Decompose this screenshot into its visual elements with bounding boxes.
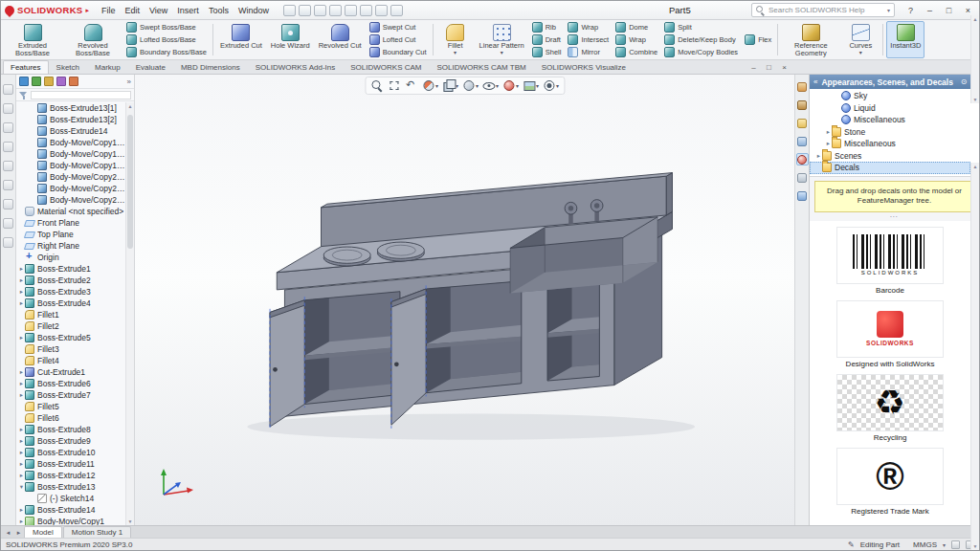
filter-input[interactable] (31, 91, 131, 99)
view-toolbar-button[interactable]: ▾ (441, 78, 459, 93)
decals-scrollbar[interactable]: ▲ ▼ (970, 163, 979, 550)
feature-tree-item[interactable]: Boss-Extrude13[2] (16, 114, 125, 125)
vertical-toolbar-icon[interactable] (3, 237, 13, 248)
pin-icon[interactable]: ⊙ (961, 77, 968, 86)
ribbon-small-button[interactable]: Draft (529, 33, 565, 46)
expand-arrow-icon[interactable]: ▸ (18, 265, 25, 273)
decal-thumbnail[interactable]: SOLIDWORKS (836, 227, 944, 284)
units-dropdown-icon[interactable]: ▾ (943, 541, 946, 548)
scroll-up-icon[interactable]: ▲ (973, 16, 978, 22)
decal-thumbnail[interactable]: SOLIDWORKS (836, 300, 944, 358)
menu-item[interactable]: View (145, 4, 172, 17)
ribbon-small-button[interactable]: Move/Copy Bodies (661, 46, 741, 58)
appearances-tree-item[interactable]: ▸ Scenes (810, 150, 970, 163)
quick-access-icon[interactable] (390, 5, 403, 16)
ribbon-small-button[interactable]: Boundary Boss/Base (123, 46, 210, 58)
feature-tree-item[interactable]: ▸ Boss-Extrude10 (16, 447, 125, 458)
ribbon-large-button[interactable]: Extruded Cut (216, 21, 266, 58)
task-pane-tab[interactable] (796, 171, 809, 184)
expand-arrow-icon[interactable]: ▸ (825, 140, 832, 147)
command-tab[interactable]: SOLIDWORKS Add-Ins (248, 60, 344, 74)
expand-arrow-icon[interactable]: ▸ (18, 391, 25, 399)
expand-arrow-icon[interactable]: ▸ (825, 128, 832, 136)
feature-tree-item[interactable]: Front Plane (16, 217, 125, 229)
tab-scroll-left-icon[interactable]: ◂ (3, 529, 13, 538)
command-tab[interactable]: SOLIDWORKS CAM TBM (430, 60, 534, 74)
view-toolbar-button[interactable]: ▾ (461, 78, 479, 93)
maximize-button[interactable]: □ (940, 3, 958, 17)
manager-tab-icon[interactable] (32, 77, 41, 86)
decal-item[interactable]: SOLIDWORKS Barcode (836, 227, 944, 295)
command-tab[interactable]: Evaluate (128, 60, 173, 74)
view-toolbar-button[interactable] (387, 78, 402, 93)
ribbon-small-button[interactable]: Delete/Keep Body (661, 33, 741, 46)
model-tab[interactable]: Motion Study 1 (63, 526, 131, 538)
vertical-toolbar-icon[interactable] (3, 161, 13, 171)
feature-tree-item[interactable]: ▸ Boss-Extrude11 (16, 458, 125, 470)
feature-tree-item[interactable]: Fillet4 (16, 355, 125, 366)
feature-tree-item[interactable]: Body-Move/Copy2[2] (16, 183, 125, 194)
feature-tree-item[interactable]: ▸ Cut-Extrude1 (16, 366, 125, 378)
model-tab[interactable]: Model (24, 526, 62, 538)
feature-tree-item[interactable]: Origin (16, 252, 125, 263)
scroll-up-icon[interactable]: ▲ (973, 164, 978, 169)
expand-arrow-icon[interactable]: ▸ (18, 276, 25, 284)
appearances-tree-item[interactable]: ▸ Miscellaneous (810, 138, 970, 150)
graphics-area[interactable]: ▾ ▾ ▾ ▾ (135, 75, 794, 525)
task-pane-tab[interactable] (796, 117, 809, 129)
view-toolbar-button[interactable]: ▾ (421, 78, 439, 93)
view-toolbar-button[interactable]: ▾ (481, 78, 500, 93)
expand-arrow-icon[interactable]: ▾ (18, 483, 25, 491)
feature-tree-item[interactable]: Boss-Extrude13[1] (16, 102, 125, 114)
expand-arrow-icon[interactable]: ▸ (18, 518, 25, 525)
ribbon-small-button[interactable]: Dome (612, 21, 660, 33)
menu-item[interactable]: Window (234, 4, 274, 17)
view-toolbar-button[interactable]: ▾ (501, 78, 520, 93)
ribbon-large-button[interactable]: Revolved Cut (315, 21, 366, 58)
feature-tree-item[interactable]: ▸ Boss-Extrude8 (16, 424, 125, 435)
view-toolbar-button[interactable]: ▾ (522, 78, 540, 93)
task-pane-tab[interactable] (796, 135, 809, 147)
scroll-down-icon[interactable]: ▼ (128, 518, 133, 524)
minimize-button[interactable]: – (921, 3, 939, 17)
feature-tree-item[interactable]: ▸ Boss-Extrude6 (16, 378, 125, 389)
units-selector[interactable]: MMGS (913, 540, 937, 549)
collapse-icon[interactable]: « (813, 77, 817, 86)
ribbon-small-button[interactable]: Boundary Cut (367, 46, 430, 58)
feature-tree-item[interactable]: Fillet5 (16, 401, 125, 412)
command-tab[interactable]: Markup (87, 60, 128, 74)
quick-access-icon[interactable] (345, 5, 357, 16)
ribbon-small-button[interactable]: Flex (742, 33, 774, 46)
task-pane-tab[interactable] (796, 80, 809, 93)
expand-arrow-icon[interactable]: ▸ (18, 437, 25, 445)
ribbon-large-button[interactable]: Revolved Boss/Base (63, 21, 122, 58)
expand-arrow-icon[interactable]: ▸ (18, 368, 25, 376)
appearances-tree-item[interactable]: Decals (810, 162, 970, 174)
help-search-box[interactable]: Search SOLIDWORKS Help ▾ (751, 3, 895, 17)
expand-arrow-icon[interactable]: ▸ (18, 460, 25, 468)
feature-tree-item[interactable]: ▸ Boss-Extrude1 (16, 263, 125, 275)
decal-thumbnail[interactable]: ♻ (836, 374, 944, 431)
feature-tree-item[interactable]: Body-Move/Copy1[3] (16, 160, 125, 171)
feature-tree-item[interactable]: ▸ Boss-Extrude7 (16, 389, 125, 401)
vertical-toolbar-icon[interactable] (3, 180, 13, 190)
feature-tree-item[interactable]: Fillet2 (16, 320, 125, 332)
feature-tree-item[interactable]: Top Plane (16, 229, 125, 240)
manager-tabs-overflow-icon[interactable]: » (127, 77, 131, 86)
feature-tree-item[interactable]: (-) Sketch14 (16, 493, 125, 504)
feature-tree-item[interactable]: Material <not specified> (16, 206, 125, 217)
menu-item[interactable]: Tools (204, 4, 234, 17)
filter-funnel-icon[interactable] (19, 91, 28, 99)
ribbon-large-button[interactable]: Fillet ▾ (436, 21, 475, 58)
feature-tree-item[interactable]: ▸ Boss-Extrude4 (16, 298, 125, 309)
appearances-tree-item[interactable]: ▸ Stone (810, 126, 970, 139)
decal-item[interactable]: ® Registered Trade Mark (836, 448, 944, 516)
ribbon-small-button[interactable]: Combine (612, 46, 660, 58)
manager-tab-icon[interactable] (44, 77, 54, 86)
ribbon-large-button[interactable]: Linear Pattern ▾ (476, 21, 528, 58)
document-minimize-button[interactable]: – (746, 61, 761, 73)
ribbon-small-button[interactable]: Lofted Boss/Base (123, 33, 210, 46)
ribbon-small-button[interactable]: Swept Cut (367, 21, 430, 33)
feature-tree-item[interactable]: ▾ Boss-Extrude13 (16, 481, 125, 493)
scroll-up-icon[interactable]: ▲ (128, 103, 133, 109)
